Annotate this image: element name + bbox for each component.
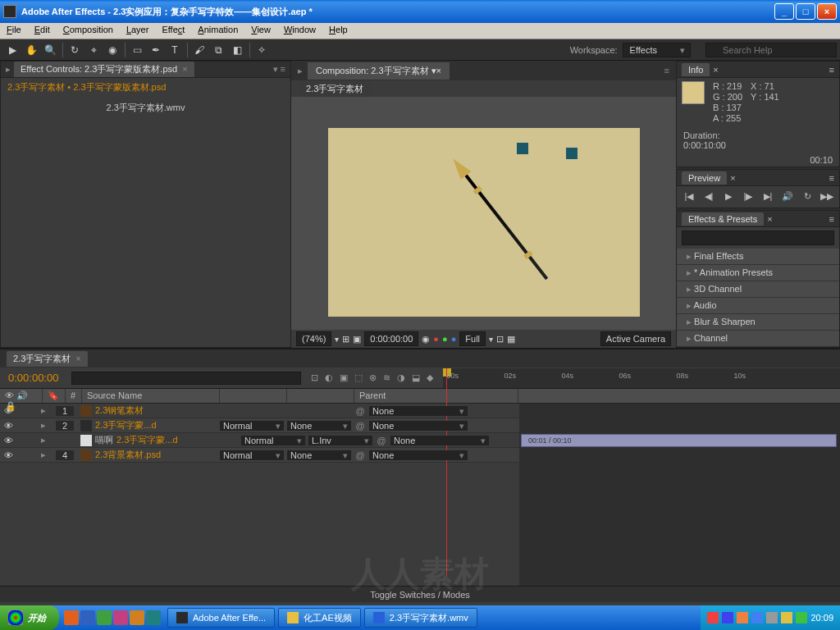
visibility-toggle[interactable]: 👁 xyxy=(0,436,16,445)
ql-icon[interactable] xyxy=(130,610,144,625)
ql-icon[interactable] xyxy=(146,610,161,625)
selection-tool[interactable]: ▶ xyxy=(3,42,21,58)
effect-controls-tab[interactable]: Effect Controls: 2.3手写字蒙版素材.psd× xyxy=(14,62,194,77)
window-close-button[interactable]: × xyxy=(817,3,837,20)
eraser-tool[interactable]: ◧ xyxy=(228,42,246,58)
tl-keys-icon[interactable]: ◆ xyxy=(427,372,433,383)
pickwhip-icon[interactable]: @ xyxy=(374,436,389,445)
panel-menu-icon[interactable]: ≡ xyxy=(664,66,669,75)
layer-row[interactable]: 👁▸12.3钢笔素材@None xyxy=(0,404,519,418)
info-panel-tab[interactable]: Info xyxy=(682,63,710,76)
layer-name[interactable]: 2.3钢笔素材 xyxy=(95,404,218,417)
timeline-search[interactable] xyxy=(71,372,301,385)
mask-icon[interactable]: ▣ xyxy=(353,334,361,345)
close-icon[interactable]: × xyxy=(182,64,187,74)
pan-behind-tool[interactable]: ◉ xyxy=(103,42,121,58)
prev-frame-button[interactable]: ◀| xyxy=(701,189,716,203)
camera-tool[interactable]: ⌖ xyxy=(84,42,103,58)
menu-file[interactable]: File xyxy=(0,23,28,39)
layer-row[interactable]: 👁▸喵啊2.3手写字蒙...dNormalL.Inv@None xyxy=(0,433,519,448)
track-matte-selector[interactable]: None xyxy=(287,450,351,460)
effects-category[interactable]: Channel xyxy=(677,331,839,347)
window-minimize-button[interactable]: _ xyxy=(774,3,794,20)
rotation-tool[interactable]: ↻ xyxy=(66,42,84,58)
effect-controls-breadcrumb[interactable]: 2.3手写字素材 • 2.3手写字蒙版素材.psd xyxy=(1,78,290,97)
text-tool[interactable]: T xyxy=(166,42,184,58)
visibility-toggle[interactable]: 👁 xyxy=(0,450,16,460)
rect-tool[interactable]: ▭ xyxy=(128,42,146,58)
ql-icon[interactable] xyxy=(113,610,128,625)
tl-switch-icon[interactable]: ⬓ xyxy=(412,372,420,383)
snapshot-icon[interactable]: ◉ xyxy=(422,334,430,345)
composition-viewer[interactable]: (74%)▾ ⊞ ▣ 0:00:00:00 ◉ ●●● Full▾ ⊡ ▦ Ac… xyxy=(291,97,676,348)
layer-name[interactable]: 2.3手写字蒙...d xyxy=(116,434,240,446)
tray-icon[interactable] xyxy=(722,612,733,623)
3d-view-icon[interactable]: ▦ xyxy=(507,334,515,345)
tray-icon[interactable] xyxy=(751,612,763,623)
panel-menu-icon[interactable]: ▾ ≡ xyxy=(273,64,285,75)
parent-selector[interactable]: None xyxy=(390,436,489,445)
transparency-icon[interactable]: ⊡ xyxy=(496,334,504,345)
tray-icon[interactable] xyxy=(766,612,778,623)
timecode[interactable]: 0:00:00:00 xyxy=(0,372,66,384)
menu-edit[interactable]: Edit xyxy=(28,23,57,39)
taskbar-item[interactable]: 化工AE视频 xyxy=(278,608,361,628)
grid-icon[interactable]: ⊞ xyxy=(342,334,349,345)
audio-button[interactable]: 🔊 xyxy=(780,189,795,203)
taskbar-item[interactable]: 2.3手写字素材.wmv xyxy=(364,608,477,628)
workspace-selector[interactable]: Effects xyxy=(623,43,691,57)
tray-icon[interactable] xyxy=(737,612,748,623)
play-button[interactable]: ▶ xyxy=(721,189,736,203)
camera-selector[interactable]: Active Camera xyxy=(600,331,671,346)
close-icon[interactable]: × xyxy=(436,66,441,75)
tl-motion-icon[interactable]: ◑ xyxy=(397,372,405,383)
menu-help[interactable]: Help xyxy=(322,23,354,39)
effects-category[interactable]: Final Effects xyxy=(677,249,839,265)
first-frame-button[interactable]: |◀ xyxy=(682,189,696,203)
brush-tool[interactable]: 🖌 xyxy=(190,42,208,58)
parent-selector[interactable]: None xyxy=(369,450,468,460)
blend-mode-selector[interactable]: Normal xyxy=(220,450,284,460)
tl-blur-icon[interactable]: ◐ xyxy=(325,372,333,383)
layer-row[interactable]: 👁▸22.3手写字蒙...dNormalNone@None xyxy=(0,418,519,433)
puppet-tool[interactable]: ✧ xyxy=(253,42,271,58)
tl-fx-icon[interactable]: ≋ xyxy=(383,372,390,383)
ql-icon[interactable] xyxy=(64,610,79,625)
help-search-input[interactable] xyxy=(705,43,837,57)
ram-preview-button[interactable]: ▶▶ xyxy=(819,189,834,203)
effects-category[interactable]: 3D Channel xyxy=(677,281,839,298)
layer-track[interactable]: 00:01 / 00:10 xyxy=(521,434,837,447)
menu-animation[interactable]: Animation xyxy=(191,23,244,39)
tl-graph-icon[interactable]: ⬚ xyxy=(354,372,363,383)
visibility-toggle[interactable]: 👁 xyxy=(0,421,16,431)
effects-presets-tab[interactable]: Effects & Presets xyxy=(682,212,764,226)
tl-shy-icon[interactable]: ⊡ xyxy=(311,372,318,383)
tray-icon[interactable] xyxy=(707,612,719,623)
layer-row[interactable]: 👁▸42.3背景素材.psdNormalNone@None xyxy=(0,448,519,463)
effects-category[interactable]: Blur & Sharpen xyxy=(677,314,839,331)
resolution-selector[interactable]: Full xyxy=(459,331,486,346)
zoom-level[interactable]: (74%) xyxy=(296,331,331,346)
current-time-indicator[interactable] xyxy=(446,368,447,577)
start-button[interactable]: 开始 xyxy=(0,605,59,630)
clock[interactable]: 20:09 xyxy=(810,613,833,623)
timeline-tab[interactable]: 2.3手写字素材× xyxy=(7,351,88,367)
channel-icon[interactable]: ● xyxy=(433,334,439,344)
loop-button[interactable]: ↻ xyxy=(800,189,815,203)
menu-layer[interactable]: Layer xyxy=(120,23,156,39)
parent-selector[interactable]: None xyxy=(369,421,468,431)
pickwhip-icon[interactable]: @ xyxy=(353,406,368,416)
last-frame-button[interactable]: ▶| xyxy=(760,189,775,203)
tray-icon[interactable] xyxy=(781,612,792,623)
menu-effect[interactable]: Effect xyxy=(155,23,191,39)
composition-tab[interactable]: Composition: 2.3手写字素材 ▾× xyxy=(308,62,450,80)
menu-window[interactable]: Window xyxy=(277,23,322,39)
tl-3d-icon[interactable]: ▣ xyxy=(340,372,348,383)
window-maximize-button[interactable]: □ xyxy=(796,3,815,20)
menu-composition[interactable]: Composition xyxy=(57,23,120,39)
blend-mode-selector[interactable]: Normal xyxy=(220,421,284,431)
effects-category[interactable]: Audio xyxy=(677,298,839,314)
tl-brain-icon[interactable]: ⊗ xyxy=(369,372,377,383)
effects-category[interactable]: * Animation Presets xyxy=(677,265,839,281)
clone-tool[interactable]: ⧉ xyxy=(209,42,227,58)
